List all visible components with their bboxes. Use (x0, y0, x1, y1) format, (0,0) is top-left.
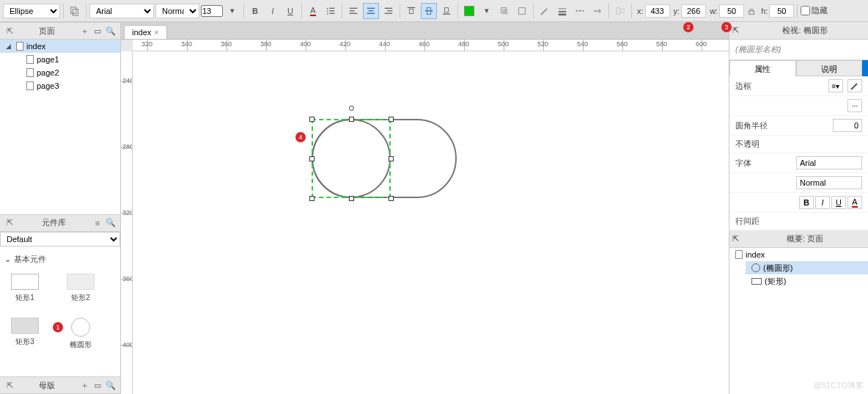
add-page-icon[interactable]: ＋ (79, 26, 89, 36)
font-label: 字体 (735, 158, 792, 169)
search-pages-icon[interactable]: 🔍 (106, 26, 116, 36)
line-color-button[interactable] (537, 3, 553, 19)
hide-checkbox[interactable] (801, 6, 810, 15)
library-preset-select[interactable]: Default (0, 232, 120, 247)
pages-panel-header: ⇱ 页面 ＋ ▭ 🔍 (0, 22, 120, 40)
lib-menu-icon[interactable]: ≡ (92, 218, 103, 228)
collapse-icon[interactable]: ⇱ (4, 218, 15, 228)
lib-item-ellipse[interactable]: 椭圆形 1 (63, 318, 98, 350)
h-label: h: (761, 7, 768, 15)
resize-handle[interactable] (349, 117, 354, 122)
shape-name-input[interactable]: (椭圆形名称) (729, 40, 868, 60)
tab-notes[interactable]: 说明 (796, 60, 863, 76)
resize-handle[interactable] (389, 156, 394, 161)
close-tab-icon[interactable]: × (154, 28, 158, 37)
underline-mini-button[interactable]: U (831, 196, 846, 209)
x-input[interactable] (645, 4, 670, 18)
svg-rect-7 (329, 12, 334, 13)
font-family-input[interactable] (796, 156, 862, 169)
outline-title: 概要: 页面 (787, 233, 823, 244)
canvas[interactable]: 4 (133, 51, 729, 394)
align-left-button[interactable] (345, 3, 361, 19)
h-input[interactable] (769, 4, 794, 18)
svg-rect-5 (329, 10, 334, 11)
tree-child-row[interactable]: page2 (21, 66, 120, 79)
resize-handle[interactable] (349, 196, 354, 201)
caret-down-icon[interactable]: ◢ (6, 43, 13, 50)
outline-root[interactable]: index (729, 248, 868, 261)
align-right-button[interactable] (380, 3, 397, 19)
svg-rect-12 (369, 10, 374, 11)
text-color-mini-button[interactable]: A (847, 196, 862, 209)
underline-button[interactable]: U (282, 3, 298, 19)
add-folder-icon[interactable]: ▭ (92, 26, 103, 36)
collapse-icon[interactable]: ⇱ (4, 26, 15, 36)
add-master-icon[interactable]: ＋ (79, 380, 89, 390)
border-more-button[interactable]: ··· (847, 99, 862, 112)
bold-button[interactable]: B (247, 3, 263, 19)
page-icon (16, 42, 23, 51)
fill-dropdown-icon[interactable]: ▾ (479, 3, 495, 19)
page-icon (26, 81, 34, 90)
align-group-button[interactable] (612, 3, 628, 19)
search-masters-icon[interactable]: 🔍 (106, 380, 116, 390)
y-input[interactable] (681, 4, 706, 18)
font-size-input[interactable] (201, 5, 223, 17)
lock-aspect-icon[interactable] (746, 3, 757, 19)
bold-mini-button[interactable]: B (799, 196, 814, 209)
line-width-button[interactable] (554, 3, 570, 19)
lib-item-rect2[interactable]: 矩形2 (63, 274, 98, 303)
outline-tree: index (椭圆形) (矩形) (729, 248, 868, 394)
valign-middle-button[interactable] (421, 3, 437, 19)
valign-top-button[interactable] (403, 3, 419, 19)
outline-item-ellipse[interactable]: (椭圆形) (746, 261, 868, 274)
lib-group-header[interactable]: ⌄基本元件 (4, 254, 116, 265)
tree-child-row[interactable]: page3 (21, 79, 120, 92)
resize-handle[interactable] (309, 196, 315, 201)
fill-color-button[interactable] (461, 3, 477, 19)
collapse-icon[interactable]: ⇱ (4, 380, 15, 390)
search-lib-icon[interactable]: 🔍 (106, 218, 116, 228)
arrow-style-button[interactable] (589, 3, 606, 19)
tab-accent[interactable] (862, 60, 868, 76)
font-select[interactable]: Arial (89, 4, 154, 18)
font-weight-input[interactable] (796, 176, 862, 189)
bullets-button[interactable] (323, 3, 339, 19)
ruler-vertical: 240280320360400 (121, 51, 133, 394)
tree-root-row[interactable]: ◢ index (0, 40, 120, 53)
w-input[interactable] (719, 4, 744, 18)
shape-select[interactable]: Ellipse (3, 4, 60, 18)
valign-bottom-button[interactable] (438, 3, 455, 19)
italic-mini-button[interactable]: I (815, 196, 830, 209)
text-color-button[interactable]: A (305, 3, 321, 19)
svg-rect-13 (367, 12, 375, 13)
resize-handle[interactable] (309, 156, 315, 161)
page-icon (735, 250, 743, 259)
resize-handle[interactable] (309, 117, 315, 122)
align-center-button[interactable] (363, 3, 379, 19)
copy-style-icon[interactable] (67, 3, 83, 19)
resize-handle[interactable] (389, 196, 394, 201)
lib-item-rect1[interactable]: 矩形1 (7, 274, 43, 303)
border-label: 边框 (735, 81, 824, 92)
outer-shadow-button[interactable] (496, 3, 512, 19)
left-panel: ⇱ 页面 ＋ ▭ 🔍 ◢ index page1 page2 page3 ⇱ 元… (0, 22, 121, 394)
border-color-button[interactable] (847, 79, 862, 92)
add-master-folder-icon[interactable]: ▭ (92, 380, 103, 390)
resize-handle[interactable] (389, 117, 394, 122)
tree-child-row[interactable]: page1 (21, 53, 120, 66)
pages-title: 页面 (18, 26, 76, 37)
outline-item-rect[interactable]: (矩形) (746, 274, 868, 288)
line-style-button[interactable] (572, 3, 588, 19)
inner-shadow-button[interactable] (514, 3, 530, 19)
italic-button[interactable]: I (265, 3, 281, 19)
lib-item-rect3[interactable]: 矩形3 (7, 318, 43, 350)
font-weight-select[interactable]: Normal (155, 4, 199, 18)
collapse-icon[interactable]: ⇱ (729, 234, 739, 244)
tab-index[interactable]: index× (124, 25, 167, 39)
radius-input[interactable] (833, 119, 862, 132)
border-style-button[interactable]: ≡▾ (828, 79, 843, 92)
tab-properties[interactable]: 属性 (729, 60, 796, 76)
size-step-icon[interactable]: ▾ (224, 3, 240, 19)
rotate-handle[interactable] (349, 106, 354, 111)
